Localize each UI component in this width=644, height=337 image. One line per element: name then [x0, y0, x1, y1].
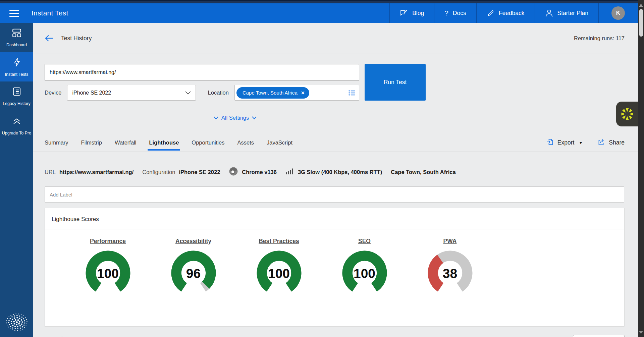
location-chip-label: Cape Town, South Africa — [243, 90, 298, 96]
config-browser-value: Chrome v136 — [242, 169, 277, 175]
remove-location-icon[interactable]: ✕ — [301, 90, 305, 96]
caret-down-icon: ▼ — [579, 141, 583, 145]
score-gauge-best-practices: 100 — [256, 249, 303, 296]
blog-icon — [400, 9, 408, 17]
section-title: Performance — [45, 335, 102, 337]
dashboard-icon — [12, 28, 22, 39]
card-title: Lighthouse Scores — [45, 208, 624, 229]
tabs-row: Summary Filmstrip Waterfall Lighthouse O… — [33, 134, 638, 152]
section-score: 100 — [106, 335, 122, 337]
location-field[interactable]: Cape Town, South Africa ✕ — [234, 85, 359, 101]
nav-blog[interactable]: Blog — [389, 3, 434, 23]
score-cell-seo: SEO 100 — [322, 238, 407, 296]
nav-blog-label: Blog — [412, 10, 424, 17]
share-icon — [597, 138, 605, 148]
scroll-up-arrow[interactable] — [639, 4, 643, 7]
location-label: Location — [208, 90, 229, 96]
user-icon — [545, 9, 553, 17]
list-box-icon — [12, 87, 22, 98]
signal-bars-icon — [285, 168, 294, 176]
scroll-down-arrow[interactable] — [639, 331, 643, 334]
asterisk-icon — [620, 107, 635, 121]
app-title: Instant Test — [32, 3, 68, 23]
score-gauge-performance: 100 — [85, 249, 131, 296]
sidebar-item-label: Dashboard — [6, 42, 27, 48]
divider — [260, 118, 426, 118]
test-form: Run Test Device iPhone SE 2022 Location — [45, 64, 426, 121]
sidebar-item-upgrade[interactable]: Upgrade To Pro — [0, 111, 33, 141]
run-test-button[interactable]: Run Test — [365, 64, 426, 101]
export-button[interactable]: Export ▼ — [546, 138, 583, 147]
device-label: Device — [45, 90, 61, 96]
nav-plan[interactable]: Starter Plan — [535, 3, 598, 23]
location-chip[interactable]: Cape Town, South Africa ✕ — [236, 87, 309, 99]
tab-assets[interactable]: Assets — [237, 134, 254, 152]
floating-widget-button[interactable] — [616, 102, 638, 126]
score-label-accessibility[interactable]: Accessibility — [175, 238, 211, 245]
tab-filmstrip[interactable]: Filmstrip — [81, 134, 102, 152]
url-input[interactable] — [45, 64, 359, 81]
avatar[interactable]: K — [611, 6, 625, 20]
nav-plan-label: Starter Plan — [557, 10, 588, 17]
nav-docs[interactable]: ? Docs — [434, 3, 476, 23]
tab-lighthouse[interactable]: Lighthouse — [149, 134, 179, 152]
config-location-value: Cape Town, South Africa — [391, 169, 455, 175]
export-icon — [546, 138, 554, 147]
add-label-input[interactable] — [45, 186, 624, 203]
brand-logo — [4, 310, 30, 336]
share-button[interactable]: Share — [597, 138, 625, 148]
tab-opportunities[interactable]: Opportunities — [192, 134, 224, 152]
nav-feedback-label: Feedback — [499, 10, 525, 17]
nav-feedback[interactable]: Feedback — [476, 3, 535, 23]
tab-javascript[interactable]: JavaScript — [267, 134, 292, 152]
pencil-icon — [487, 9, 494, 17]
test-config-row: URL https://www.smartfarmai.ng/ Configur… — [45, 167, 625, 177]
config-network-value: 3G Slow (400 Kbps, 400ms RTT) — [298, 169, 382, 175]
score-label-pwa[interactable]: PWA — [443, 238, 457, 245]
sidebar-item-label: Instant Tests — [5, 72, 29, 77]
sidebar: Dashboard Instant Tests — [0, 23, 33, 337]
location-list-icon[interactable] — [348, 90, 356, 96]
vertical-scrollbar[interactable] — [638, 0, 644, 337]
device-select[interactable]: iPhone SE 2022 — [67, 85, 196, 101]
score-gauge-accessibility: 96 — [170, 249, 217, 296]
score-gauge-pwa: 38 — [427, 249, 474, 296]
tab-waterfall[interactable]: Waterfall — [115, 134, 137, 152]
titlebar: Test History Remaining runs: 117 — [33, 23, 638, 54]
header-nav: Blog ? Docs Feedback — [389, 3, 638, 23]
sidebar-item-dashboard[interactable]: Dashboard — [0, 23, 33, 52]
double-chevron-up-icon — [12, 116, 22, 127]
avatar-zone: K — [598, 3, 638, 23]
app-window: Instant Test Blog ? Docs — [0, 0, 644, 337]
score-cell-performance: Performance 100 — [65, 238, 151, 296]
score-label-performance[interactable]: Performance — [90, 238, 126, 245]
config-device-value: iPhone SE 2022 — [179, 169, 220, 175]
score-cell-accessibility: Accessibility 96 — [151, 238, 236, 296]
device-select-value: iPhone SE 2022 — [72, 90, 111, 96]
back-arrow-icon[interactable] — [44, 34, 54, 42]
chevron-down-icon — [185, 90, 191, 96]
score-gauges: Performance 100 Accessibility 96 Best Pr… — [45, 229, 624, 296]
sidebar-item-label: Upgrade To Pro — [2, 130, 31, 136]
score-label-seo[interactable]: SEO — [358, 238, 371, 245]
all-settings-label: All Settings — [221, 115, 249, 121]
window-top-strip — [0, 0, 638, 3]
scrollbar-thumb[interactable] — [639, 9, 643, 37]
view-treemap-button[interactable]: View Treemap — [573, 335, 625, 337]
sidebar-item-instant-tests[interactable]: Instant Tests — [0, 52, 33, 82]
hamburger-menu-icon[interactable] — [9, 3, 19, 23]
chevron-down-icon — [252, 116, 257, 119]
all-settings-toggle[interactable]: All Settings — [45, 115, 426, 121]
tab-summary[interactable]: Summary — [45, 134, 68, 152]
nav-docs-label: Docs — [453, 10, 466, 17]
config-url-value: https://www.smartfarmai.ng/ — [59, 169, 133, 175]
score-cell-pwa: PWA 38 — [407, 238, 493, 296]
remaining-runs: Remaining runs: 117 — [574, 35, 625, 42]
performance-section-header: Performance 100 View Treemap — [45, 335, 625, 337]
sidebar-item-label: Legacy History — [3, 101, 31, 106]
sidebar-item-legacy-history[interactable]: Legacy History — [0, 81, 33, 111]
divider — [45, 118, 210, 118]
chevron-down-icon — [214, 116, 218, 119]
config-url-label: URL — [45, 169, 56, 175]
score-label-best-practices[interactable]: Best Practices — [259, 238, 299, 245]
